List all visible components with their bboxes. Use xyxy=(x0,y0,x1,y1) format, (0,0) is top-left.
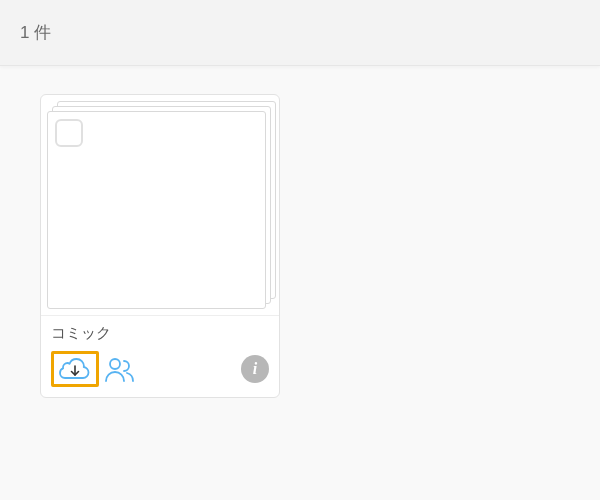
header-bar: 1 件 xyxy=(0,0,600,66)
cloud-download-icon[interactable] xyxy=(58,356,92,382)
svg-point-1 xyxy=(110,359,120,369)
download-highlight xyxy=(51,351,99,387)
card-meta: コミック xyxy=(41,315,279,397)
album-title: コミック xyxy=(51,324,269,343)
item-count-label: 1 件 xyxy=(20,21,51,44)
info-icon[interactable]: i xyxy=(241,355,269,383)
content-area: コミック xyxy=(0,66,600,426)
thumbnail-stack[interactable] xyxy=(41,95,279,315)
album-card[interactable]: コミック xyxy=(40,94,280,398)
card-actions: i xyxy=(51,351,269,387)
people-icon[interactable] xyxy=(103,355,137,383)
select-checkbox[interactable] xyxy=(55,119,83,147)
